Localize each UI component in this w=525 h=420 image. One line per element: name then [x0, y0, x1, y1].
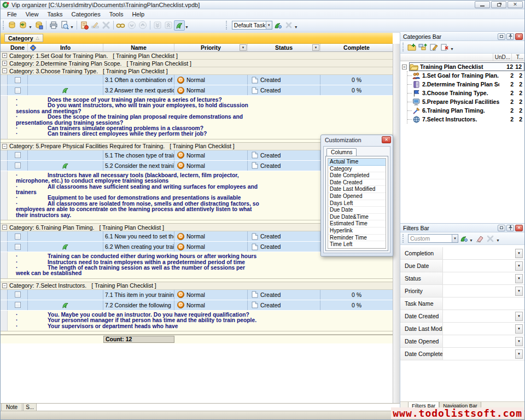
- tree-root-item[interactable]: −Training Plan Checklist1212: [400, 62, 524, 71]
- show-notes-button[interactable]: [174, 20, 185, 31]
- done-checkbox[interactable]: [15, 88, 21, 94]
- filter-value-dropdown[interactable]: ▼: [515, 274, 523, 283]
- column-option[interactable]: Date Opened: [328, 193, 386, 200]
- minimize-button[interactable]: [475, 1, 490, 8]
- status-cell[interactable]: Created: [248, 242, 320, 252]
- task-name-cell[interactable]: 5.2 Consider the next training plan: [103, 161, 174, 171]
- toolbar-grip-2[interactable]: [226, 21, 229, 30]
- panel-close-button[interactable]: ✕: [515, 225, 523, 231]
- edit-task-button[interactable]: [90, 20, 101, 31]
- task-view-combobox[interactable]: Default Task V ▼: [232, 21, 272, 30]
- column-option[interactable]: Category: [328, 166, 386, 173]
- move-down-button[interactable]: [126, 20, 137, 31]
- tree-category-item[interactable]: 7.Select Instructors.22: [407, 115, 524, 124]
- task-name-cell[interactable]: 6.1 Now you need to set the length: [103, 231, 174, 241]
- open-database-button[interactable]: [18, 20, 28, 31]
- panel-pin-button[interactable]: [506, 225, 514, 231]
- column-option[interactable]: Date Completed: [328, 172, 386, 179]
- delete-category-button[interactable]: [439, 42, 450, 52]
- collapse-icon[interactable]: −: [2, 225, 7, 230]
- priority-cell[interactable]: Normal: [174, 85, 248, 95]
- collapse-all-button[interactable]: [163, 20, 174, 31]
- filter-value-dropdown[interactable]: ▼: [515, 337, 523, 346]
- status-cell[interactable]: Created: [248, 75, 320, 85]
- menu-help[interactable]: Help: [127, 10, 149, 19]
- column-header-name[interactable]: Name: [103, 44, 174, 51]
- tree-category-item[interactable]: 6.Training Plan Timing.22: [407, 106, 524, 115]
- done-checkbox[interactable]: [15, 162, 21, 168]
- filter-preset-combobox[interactable]: Custom ▼: [408, 234, 458, 243]
- done-checkbox[interactable]: [15, 77, 21, 83]
- priority-filter-dropdown[interactable]: ▼: [240, 44, 247, 51]
- filter-value-dropdown[interactable]: ▼: [515, 349, 523, 359]
- category-group-row[interactable]: −Category: 3.Choose Training Type.[ Trai…: [1, 67, 393, 75]
- filter-dropdown-icon[interactable]: ▼: [469, 238, 473, 242]
- tab-columns[interactable]: Columns: [326, 148, 357, 156]
- column-option[interactable]: Due Date&Time: [328, 214, 386, 221]
- close-button[interactable]: ✕: [508, 1, 523, 8]
- filter-value-dropdown[interactable]: ▼: [515, 261, 523, 271]
- priority-cell[interactable]: Normal: [174, 150, 248, 160]
- status-cell[interactable]: Created: [248, 300, 320, 310]
- notes-dropdown-icon[interactable]: ▼: [185, 25, 189, 29]
- panel-restore-button[interactable]: [498, 33, 505, 40]
- filter-value-dropdown[interactable]: ▼: [515, 324, 523, 334]
- move-up-button[interactable]: [137, 20, 148, 31]
- filter-value[interactable]: [443, 285, 515, 297]
- combo-dropdown-icon[interactable]: ▼: [452, 235, 458, 242]
- customization-close-button[interactable]: ✕: [382, 136, 391, 143]
- status-cell[interactable]: Created: [248, 290, 320, 300]
- menu-tasks[interactable]: Tasks: [43, 10, 67, 19]
- print-dropdown-icon[interactable]: ▼: [70, 25, 74, 29]
- column-option[interactable]: Days Left: [328, 200, 386, 207]
- view-task-button[interactable]: [115, 20, 126, 31]
- filters-toolbar-grip[interactable]: [402, 234, 405, 243]
- menu-file[interactable]: File: [3, 10, 21, 19]
- tree-category-item[interactable]: 1.Set Goal for Training Plan.22: [407, 71, 524, 80]
- priority-cell[interactable]: Normal: [174, 242, 248, 252]
- column-header-priority[interactable]: Priority ▼: [174, 44, 248, 51]
- done-checkbox[interactable]: [15, 244, 21, 250]
- filter-value[interactable]: [443, 247, 515, 259]
- column-header-status[interactable]: Status ▼: [248, 44, 320, 51]
- done-checkbox[interactable]: [15, 152, 21, 158]
- category-group-row[interactable]: +Category: 1.Set Goal for Training Plan.…: [1, 52, 393, 60]
- task-name-cell[interactable]: 6.2 When creating your training: [103, 242, 174, 252]
- column-option[interactable]: Estimated Time: [328, 220, 386, 228]
- done-checkbox[interactable]: [15, 291, 21, 298]
- priority-cell[interactable]: Normal: [174, 290, 248, 300]
- filter-value[interactable]: [443, 335, 515, 347]
- task-name-cell[interactable]: 7.1 This item in your training plan: [103, 290, 174, 300]
- column-option[interactable]: Date Created: [328, 179, 386, 186]
- remove-filter-button[interactable]: [485, 234, 496, 244]
- panel-close-button[interactable]: ✕: [515, 33, 523, 40]
- done-checkbox[interactable]: [15, 302, 21, 308]
- category-group-row[interactable]: +Category: 2.Determine Training Plan Sco…: [1, 60, 393, 67]
- task-row[interactable]: 7.2 Consider the followingNormalCreated0…: [1, 300, 393, 310]
- task-name-cell[interactable]: 3.1 Often a combination of training: [103, 75, 174, 85]
- column-header-info[interactable]: Info: [28, 44, 103, 51]
- collapse-icon[interactable]: −: [402, 65, 407, 69]
- task-name-cell[interactable]: 3.2 Answer the next questions to: [103, 85, 174, 95]
- print-button[interactable]: [48, 20, 59, 31]
- new-database-button[interactable]: [7, 20, 18, 31]
- filter-value[interactable]: [443, 310, 515, 322]
- undone-column-header[interactable]: UnD...: [493, 54, 511, 61]
- task-name-cell[interactable]: 5.1 The chosen type of training and: [103, 150, 174, 160]
- tree-category-item[interactable]: 2.Determine Training Plan Sco22: [407, 80, 524, 89]
- customization-title-bar[interactable]: Customization ✕: [321, 135, 393, 144]
- priority-cell[interactable]: Normal: [174, 300, 248, 310]
- filter-value[interactable]: [443, 323, 515, 335]
- edit-category-button[interactable]: [428, 42, 439, 52]
- column-header-complete[interactable]: Complete: [320, 44, 393, 51]
- filter-value[interactable]: [443, 298, 524, 310]
- group-by-category-button[interactable]: Category △: [4, 34, 43, 42]
- column-option[interactable]: Time Left: [328, 241, 386, 248]
- new-subcategory-button[interactable]: [417, 42, 428, 52]
- expand-icon[interactable]: +: [2, 53, 7, 58]
- restore-button[interactable]: [491, 1, 506, 8]
- status-cell[interactable]: Created: [248, 85, 320, 95]
- done-checkbox[interactable]: [15, 234, 21, 240]
- tree-category-item[interactable]: 3.Choose Training Type.22: [407, 89, 524, 97]
- expand-icon[interactable]: +: [2, 61, 7, 66]
